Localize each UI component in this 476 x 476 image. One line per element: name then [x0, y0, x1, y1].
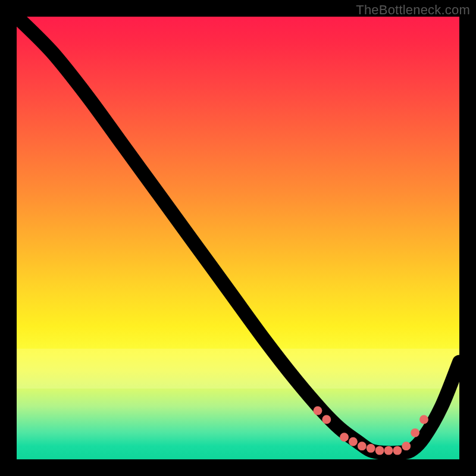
valley-point	[349, 437, 358, 446]
valley-point	[384, 446, 393, 455]
valley-point	[375, 446, 384, 455]
valley-point	[402, 441, 411, 450]
valley-point	[340, 433, 349, 441]
valley-point	[358, 441, 367, 450]
valley-point	[313, 406, 322, 415]
valley-point	[367, 444, 375, 453]
valley-point	[411, 428, 419, 437]
valley-point	[419, 415, 428, 424]
valley-point	[393, 446, 402, 455]
bottleneck-curve	[17, 17, 459, 453]
watermark-text: TheBottleneck.com	[356, 2, 470, 18]
chart-frame: TheBottleneck.com	[0, 0, 476, 476]
curve-layer	[17, 17, 459, 459]
plot-area	[17, 17, 459, 459]
valley-point	[322, 415, 331, 424]
